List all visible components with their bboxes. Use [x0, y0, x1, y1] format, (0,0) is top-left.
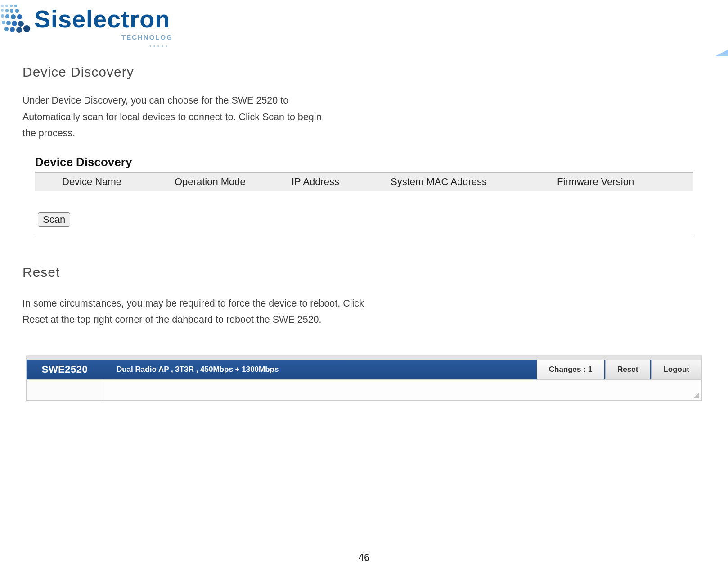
brand-decorative-dots: • • • • • [149, 43, 167, 49]
dashboard-top-bar: SWE2520 Dual Radio AP , 3T3R , 450Mbps +… [27, 360, 701, 379]
logout-button[interactable]: Logout [651, 360, 701, 379]
brand-logo: Siselectron [0, 4, 170, 34]
device-discovery-panel-title: Device Discovery [35, 155, 693, 172]
brand-tagline: TECHNOLOGY [121, 33, 178, 41]
column-device-name: Device Name [35, 176, 175, 188]
changes-button[interactable]: Changes : 1 [537, 360, 604, 379]
device-discovery-columns: Device Name Operation Mode IP Address Sy… [35, 172, 693, 191]
dashboard-panel: SWE2520 Dual Radio AP , 3T3R , 450Mbps +… [26, 355, 702, 401]
device-discovery-panel: Device Discovery Device Name Operation M… [35, 155, 693, 235]
reset-heading: Reset [22, 265, 706, 280]
dashboard-device-description: Dual Radio AP , 3T3R , 450Mbps + 1300Mbp… [103, 360, 536, 379]
reset-button[interactable]: Reset [605, 360, 650, 379]
brand-name: Siselectron [34, 5, 170, 33]
column-ip-address: IP Address [292, 176, 391, 188]
page-number: 46 [0, 552, 728, 564]
dashboard-sidebar-slot [27, 380, 103, 400]
reset-paragraph: In some circumstances, you may be requir… [22, 295, 364, 328]
dashboard-main-slot [103, 380, 701, 400]
page-banner: Siselectron TECHNOLOGY • • • • • [0, 0, 728, 56]
column-mac-address: System MAC Address [391, 176, 548, 188]
dashboard-sub-bar [27, 379, 701, 400]
scan-button[interactable]: Scan [38, 212, 70, 227]
column-operation-mode: Operation Mode [175, 176, 292, 188]
column-firmware-version: Firmware Version [548, 176, 693, 188]
device-discovery-paragraph: Under Device Discovery, you can choose f… [22, 92, 337, 142]
dashboard-device-name: SWE2520 [27, 360, 103, 379]
device-discovery-heading: Device Discovery [22, 64, 706, 80]
brand-logo-icon [0, 4, 31, 34]
